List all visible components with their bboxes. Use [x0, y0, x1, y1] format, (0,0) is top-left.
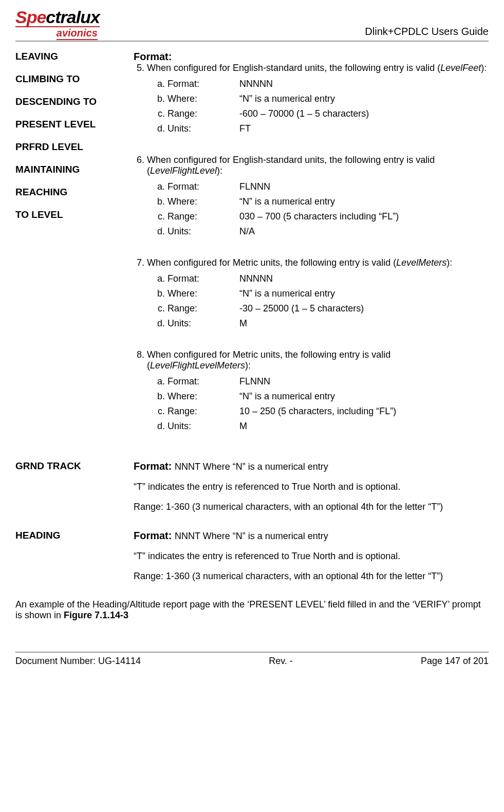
grnd-true-north: “T” indicates the entry is referenced to… [134, 482, 489, 492]
logo-text-red: Spe [15, 7, 46, 27]
page-number: Page 147 of 201 [421, 656, 489, 667]
list-item-6: When configured for English-standard uni… [147, 155, 489, 237]
format-label: Format: [134, 51, 172, 62]
page-footer: Document Number: UG-14114 Rev. - Page 14… [15, 652, 489, 667]
document-title: Dlink+CPDLC Users Guide [365, 26, 489, 38]
list-item-8: When configured for Metric units, the fo… [147, 349, 489, 432]
heading-true-north: “T” indicates the entry is referenced to… [134, 551, 489, 562]
heading-range: Range: 1-360 (3 numerical characters, wi… [134, 571, 489, 582]
term-maintaining: MAINTAINING [15, 164, 134, 175]
term-reaching: REACHING [15, 187, 134, 198]
term-descending-to: DESCENDING TO [15, 96, 134, 107]
term-to-level: TO LEVEL [15, 209, 134, 220]
revision: Rev. - [269, 656, 293, 667]
list-item-5: When configured for English-standard uni… [147, 63, 489, 134]
term-heading: HEADING [15, 530, 134, 541]
page-header: Spectralux avionics Dlink+CPDLC Users Gu… [15, 9, 489, 42]
term-prfrd-level: PRFRD LEVEL [15, 141, 134, 153]
logo: Spectralux avionics [15, 9, 100, 38]
heading-format-label: Format: [134, 530, 175, 541]
logo-text-black: ctralux [46, 7, 100, 27]
doc-number: Document Number: UG-14114 [15, 656, 141, 667]
grnd-range: Range: 1-360 (3 numerical characters, wi… [134, 502, 489, 512]
logo-subtext: avionics [57, 27, 98, 40]
term-list: LEAVING CLIMBING TO DESCENDING TO PRESEN… [15, 51, 134, 452]
example-note: An example of the Heading/Altitude repor… [15, 599, 489, 621]
term-present-level: PRESENT LEVEL [15, 119, 134, 130]
term-leaving: LEAVING [15, 51, 134, 62]
term-grnd-track: GRND TRACK [15, 460, 134, 472]
term-climbing-to: CLIMBING TO [15, 73, 134, 85]
grnd-format-label: Format: [134, 460, 175, 472]
list-item-7: When configured for Metric units, the fo… [147, 257, 489, 329]
